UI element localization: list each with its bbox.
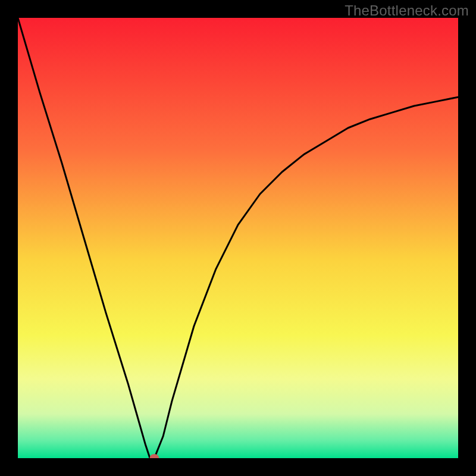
chart-svg <box>18 18 458 458</box>
watermark-text: TheBottleneck.com <box>345 2 469 19</box>
plot-area <box>18 18 458 458</box>
chart-frame: TheBottleneck.com <box>0 0 476 476</box>
